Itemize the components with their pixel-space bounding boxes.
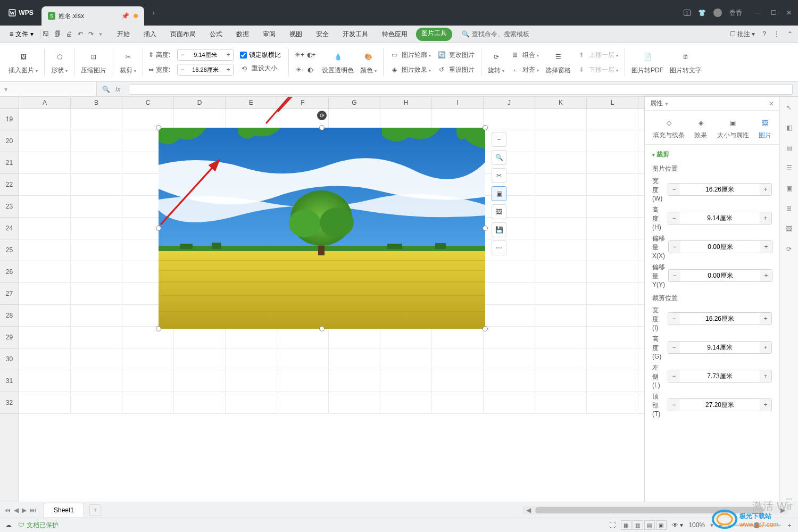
align-button[interactable]: ⫠对齐 [511, 64, 539, 76]
save-icon[interactable]: 💾 [492, 222, 506, 237]
row-header[interactable]: 27 [0, 283, 19, 305]
print-icon[interactable]: 🖨 [66, 30, 72, 38]
file-tab[interactable]: S 姓名.xlsx 📌 [41, 6, 144, 26]
resize-handle[interactable] [483, 125, 488, 130]
cell[interactable] [122, 392, 174, 413]
cell[interactable] [174, 327, 226, 348]
cell[interactable] [535, 152, 587, 173]
cell[interactable] [174, 348, 226, 370]
help-button[interactable]: ? [762, 30, 766, 38]
lock-ratio-checkbox[interactable]: 锁定纵横比 [240, 51, 281, 60]
gallery-icon[interactable]: ⊞ [784, 203, 794, 214]
search-command[interactable]: 🔍 查找命令、搜索模板 [462, 28, 529, 41]
pic-to-text-button[interactable]: 🗎图片转文字 [667, 47, 705, 78]
undo-icon[interactable]: ↶ [78, 30, 83, 38]
brightness-down-icon[interactable]: ☀- [295, 65, 304, 74]
cell[interactable] [380, 370, 432, 392]
cell[interactable] [71, 261, 122, 282]
cell[interactable] [535, 348, 587, 370]
image-icon[interactable]: 🖼 [784, 223, 794, 234]
cell[interactable] [587, 348, 638, 370]
print-preview-icon[interactable]: 🗐 [54, 30, 61, 38]
zoom-in-icon[interactable]: 🔍 [492, 150, 506, 165]
cell[interactable] [587, 370, 638, 392]
next-sheet-icon[interactable]: ▶ [22, 506, 27, 514]
select-all-corner[interactable] [0, 97, 19, 109]
cell[interactable] [19, 348, 71, 370]
redo-icon[interactable]: ↷ [88, 30, 94, 38]
layout-icon[interactable]: ▤ [784, 143, 794, 153]
cell[interactable] [587, 392, 638, 413]
column-header[interactable]: D [174, 97, 226, 108]
cell[interactable] [71, 370, 122, 392]
backup-icon[interactable]: ⟳ [784, 244, 794, 254]
cell[interactable] [535, 370, 587, 392]
menu-special[interactable]: 特色应用 [377, 28, 413, 41]
cell[interactable] [71, 305, 122, 326]
cell[interactable] [19, 392, 71, 413]
row-header[interactable]: 23 [0, 196, 19, 218]
cell[interactable] [587, 283, 638, 304]
app-logo[interactable]: WPS [0, 9, 41, 17]
prop-tab-fill[interactable]: ◇填充与线条 [651, 116, 687, 141]
column-headers[interactable]: ABCDEFGHIJKL [19, 97, 644, 109]
crop-section[interactable]: 裁剪 [652, 150, 772, 159]
replace-icon[interactable]: 🖼 [492, 204, 506, 219]
row-header[interactable]: 26 [0, 261, 19, 283]
menu-start[interactable]: 开始 [112, 28, 135, 41]
spreadsheet-grid[interactable]: ABCDEFGHIJKL 192021222324252627282930313… [0, 97, 645, 511]
row-header[interactable]: 21 [0, 152, 19, 174]
menu-view[interactable]: 视图 [284, 28, 307, 41]
resize-handle[interactable] [156, 226, 161, 231]
column-header[interactable]: J [484, 97, 535, 108]
sheet-tab[interactable]: Sheet1 [44, 503, 84, 517]
group-button[interactable]: ⊞组合 [511, 49, 539, 61]
transparent-color-button[interactable]: 💧设置透明色 [319, 47, 357, 78]
menu-security[interactable]: 安全 [311, 28, 334, 41]
cell[interactable] [587, 130, 638, 152]
style-icon[interactable]: ◧ [784, 122, 794, 133]
cell[interactable] [277, 392, 329, 413]
task-icon[interactable]: ☰ [784, 163, 794, 173]
cell[interactable] [19, 174, 71, 195]
cell[interactable] [174, 109, 226, 130]
cell[interactable] [535, 196, 587, 217]
cell[interactable] [535, 109, 587, 130]
cell[interactable] [277, 348, 329, 370]
height-g-spinner[interactable]: −+ [668, 341, 772, 354]
cell[interactable] [19, 261, 71, 282]
cell[interactable] [535, 283, 587, 304]
close-panel-icon[interactable]: ✕ [769, 100, 774, 107]
row-header[interactable]: 19 [0, 109, 19, 130]
menu-layout[interactable]: 页面布局 [165, 28, 201, 41]
change-image-button[interactable]: 🔄更改图片 [437, 49, 475, 61]
resize-handle[interactable] [156, 326, 161, 331]
first-sheet-icon[interactable]: ⏮ [4, 506, 11, 514]
cell[interactable] [587, 109, 638, 130]
inserted-image[interactable]: ⟳ [159, 128, 485, 329]
rotate-button[interactable]: ⟳旋转 [485, 47, 508, 78]
cell[interactable] [535, 130, 587, 152]
normal-view-icon[interactable]: ▦ [621, 520, 631, 530]
cell[interactable] [19, 370, 71, 392]
contrast-up-icon[interactable]: ◐+ [307, 51, 315, 59]
prev-sheet-icon[interactable]: ◀ [14, 506, 19, 514]
menu-dev[interactable]: 开发工具 [337, 28, 373, 41]
cell[interactable] [380, 348, 432, 370]
name-box[interactable]: ▾ [0, 82, 97, 96]
column-header[interactable]: L [587, 97, 638, 108]
cell[interactable] [71, 196, 122, 217]
avatar-icon[interactable] [713, 9, 722, 17]
cell[interactable] [19, 218, 71, 239]
doc-protected[interactable]: 🛡文档已保护 [18, 521, 59, 530]
cell[interactable] [587, 152, 638, 173]
row-header[interactable]: 24 [0, 218, 19, 239]
prop-tab-pic[interactable]: 🖼图片 [757, 116, 774, 141]
insert-image-button[interactable]: 🖼插入图片 [5, 47, 41, 78]
effect-button[interactable]: ◈图片效果 [390, 64, 431, 76]
selection-pane-button[interactable]: ☰选择窗格 [542, 47, 574, 78]
cell[interactable] [432, 392, 484, 413]
color-button[interactable]: 🎨颜色 [357, 47, 380, 78]
add-sheet-button[interactable]: ＋ [89, 504, 101, 516]
cell[interactable] [174, 392, 226, 413]
